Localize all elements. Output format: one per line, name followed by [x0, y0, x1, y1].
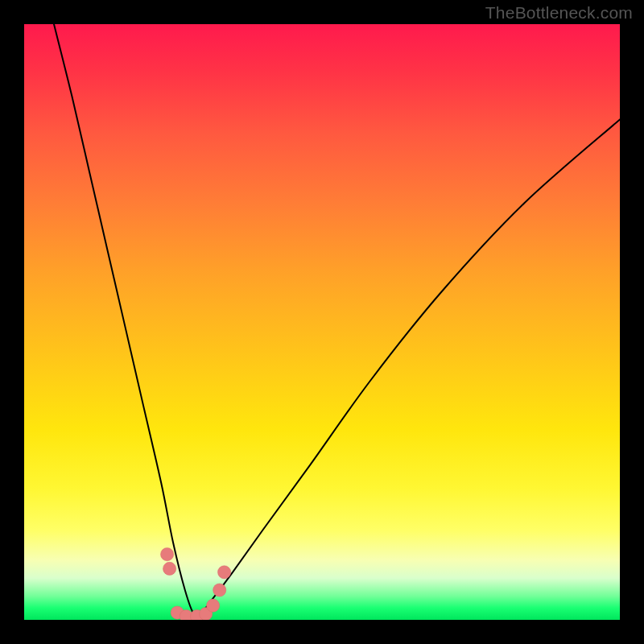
curve-marker	[161, 548, 174, 561]
bottleneck-curve	[54, 24, 620, 615]
chart-svg	[24, 24, 620, 620]
curve-markers	[161, 548, 231, 621]
curve-marker	[207, 599, 220, 612]
watermark-text: TheBottleneck.com	[485, 3, 633, 23]
outer-frame: TheBottleneck.com	[0, 0, 644, 644]
curve-marker	[218, 566, 231, 579]
curve-marker	[163, 562, 176, 575]
plot-area	[24, 24, 620, 620]
curve-marker	[213, 584, 226, 597]
